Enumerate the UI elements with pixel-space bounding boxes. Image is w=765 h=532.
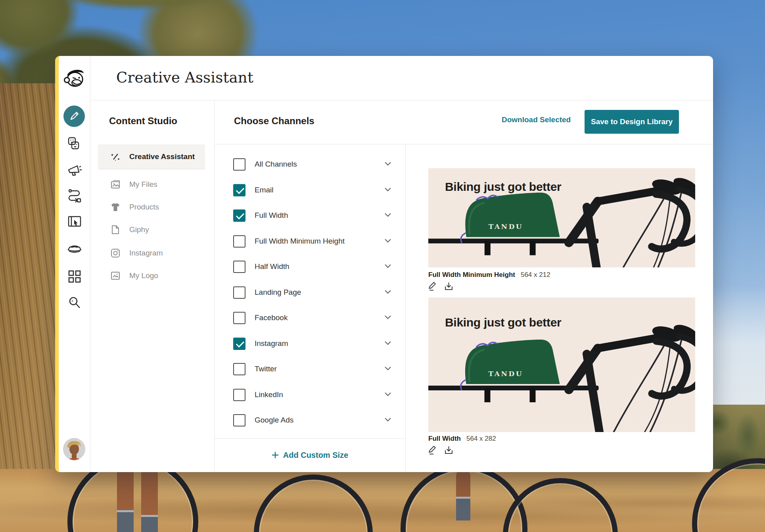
- create-pencil-button[interactable]: [63, 106, 85, 127]
- automations-icon[interactable]: [59, 188, 90, 203]
- campaigns-megaphone-icon[interactable]: [59, 162, 90, 177]
- channel-row-facebook: Facebook: [233, 311, 392, 325]
- channel-row-full-width-minimum-height: Full Width Minimum Height: [233, 234, 392, 248]
- background-bike-wheel: [503, 478, 618, 532]
- channels-column-divider: [405, 144, 406, 472]
- desktop-screen: Creative Assistant: [0, 0, 765, 532]
- channel-label: Full Width Minimum Height: [255, 237, 345, 246]
- download-selected-link[interactable]: Download Selected: [502, 115, 571, 124]
- audience-icon[interactable]: [59, 136, 90, 152]
- channel-label: All Channels: [255, 160, 297, 169]
- sidebar-item-label: Products: [129, 203, 159, 211]
- channel-label: Landing Page: [255, 288, 301, 297]
- mailchimp-freddie-logo-icon[interactable]: [59, 66, 90, 88]
- preview-size: 564 x 212: [521, 271, 550, 279]
- chevron-down-icon[interactable]: [384, 238, 392, 246]
- background-bike-wheel: [401, 465, 527, 532]
- channel-row-linkedin: LinkedIn: [233, 388, 392, 401]
- chevron-down-icon[interactable]: [384, 263, 392, 271]
- chevron-down-icon[interactable]: [384, 417, 392, 424]
- channel-checkbox[interactable]: [233, 184, 245, 196]
- preview-tools: [428, 445, 454, 457]
- channel-label: Email: [255, 186, 274, 194]
- instagram-icon: [110, 248, 121, 258]
- magic-wand-icon: [110, 152, 121, 162]
- background-bike-wheel: [254, 474, 373, 532]
- preview-headline: Biking just got better: [445, 316, 561, 329]
- chevron-down-icon[interactable]: [384, 340, 392, 348]
- edit-pencil-icon[interactable]: [428, 281, 437, 293]
- chevron-down-icon[interactable]: [384, 391, 392, 399]
- preview-image-full-width-minimum-height[interactable]: TANDU Biking just got better: [428, 168, 695, 267]
- channel-checkbox[interactable]: [233, 286, 245, 299]
- website-icon[interactable]: [59, 214, 90, 229]
- background-rider-sock: [117, 510, 134, 532]
- channel-checkbox[interactable]: [233, 158, 245, 171]
- preview-meta: Full Width Minimum Height 564 x 212: [428, 271, 550, 279]
- sidebar-item-label: My Logo: [129, 271, 158, 280]
- sidebar-item-label: Instagram: [129, 249, 163, 257]
- channel-row-full-width: Full Width: [233, 209, 392, 222]
- save-to-design-library-button[interactable]: Save to Design Library: [585, 110, 679, 134]
- search-icon[interactable]: [59, 296, 90, 310]
- pencil-icon: [69, 111, 80, 122]
- channel-row-twitter: Twitter: [233, 362, 392, 376]
- bag-brand-label: TANDU: [489, 370, 523, 378]
- sidebar-item-label: Creative Assistant: [129, 152, 195, 161]
- logo-image-icon: [110, 271, 121, 281]
- chevron-down-icon[interactable]: [384, 161, 392, 169]
- download-icon[interactable]: [444, 281, 454, 293]
- integrations-grid-icon[interactable]: [59, 269, 90, 284]
- background-rider-leg: [141, 467, 158, 532]
- channel-label: Instagram: [255, 339, 288, 348]
- edit-pencil-icon[interactable]: [428, 445, 437, 457]
- background-rider-leg: [117, 467, 134, 532]
- brand-hat-icon[interactable]: [59, 240, 90, 255]
- preview-tools: [428, 281, 454, 293]
- channel-row-google-ads: Google Ads: [233, 413, 392, 427]
- sidebar-item-instagram[interactable]: Instagram: [98, 245, 205, 261]
- file-icon: [110, 225, 121, 235]
- channel-checkbox[interactable]: [233, 389, 245, 401]
- channel-label: Half Width: [255, 262, 290, 271]
- background-rider-sock: [456, 497, 470, 520]
- channel-checkbox[interactable]: [233, 209, 245, 222]
- sidebar-item-products[interactable]: Products: [98, 199, 205, 215]
- content-studio-title: Content Studio: [109, 115, 177, 127]
- add-custom-size-label: Add Custom Size: [283, 451, 348, 460]
- channel-checkbox[interactable]: [233, 312, 245, 324]
- add-custom-size-button[interactable]: Add Custom Size: [214, 448, 405, 462]
- channel-checkbox[interactable]: [233, 261, 245, 273]
- channel-row-all-channels: All Channels: [233, 157, 392, 171]
- header-divider: [90, 100, 713, 100]
- sidebar-item-my-logo[interactable]: My Logo: [98, 268, 205, 284]
- nav-column-divider: [214, 100, 215, 472]
- preview-image-full-width[interactable]: TANDU Biking just got better: [428, 298, 695, 432]
- preview-headline: Biking just got better: [445, 180, 561, 194]
- download-icon[interactable]: [444, 445, 454, 457]
- profile-avatar[interactable]: [63, 438, 85, 460]
- preview-meta: Full Width 564 x 282: [428, 435, 496, 443]
- channel-checkbox[interactable]: [233, 363, 245, 375]
- preview-size: 564 x 282: [466, 435, 496, 443]
- sidebar-item-creative-assistant[interactable]: Creative Assistant: [98, 144, 205, 169]
- sidebar-divider: [90, 56, 90, 472]
- chevron-down-icon[interactable]: [384, 289, 392, 297]
- preview-name: Full Width: [428, 435, 461, 443]
- channel-row-instagram: Instagram: [233, 337, 392, 350]
- channel-checkbox[interactable]: [233, 235, 245, 248]
- preview-name: Full Width Minimum Height: [428, 271, 515, 279]
- sidebar-item-my-files[interactable]: My Files: [98, 177, 205, 192]
- channel-label: Twitter: [255, 365, 277, 373]
- sidebar-item-label: My Files: [129, 180, 157, 189]
- chevron-down-icon[interactable]: [384, 186, 392, 194]
- chevron-down-icon[interactable]: [384, 314, 392, 322]
- sidebar-item-label: Giphy: [129, 225, 149, 234]
- chevron-down-icon[interactable]: [384, 365, 392, 373]
- plus-icon: [271, 451, 279, 459]
- channel-checkbox[interactable]: [233, 338, 245, 350]
- chevron-down-icon[interactable]: [384, 212, 392, 220]
- channel-checkbox[interactable]: [233, 414, 245, 426]
- background-rider-sock: [141, 515, 158, 532]
- sidebar-item-giphy[interactable]: Giphy: [98, 222, 205, 238]
